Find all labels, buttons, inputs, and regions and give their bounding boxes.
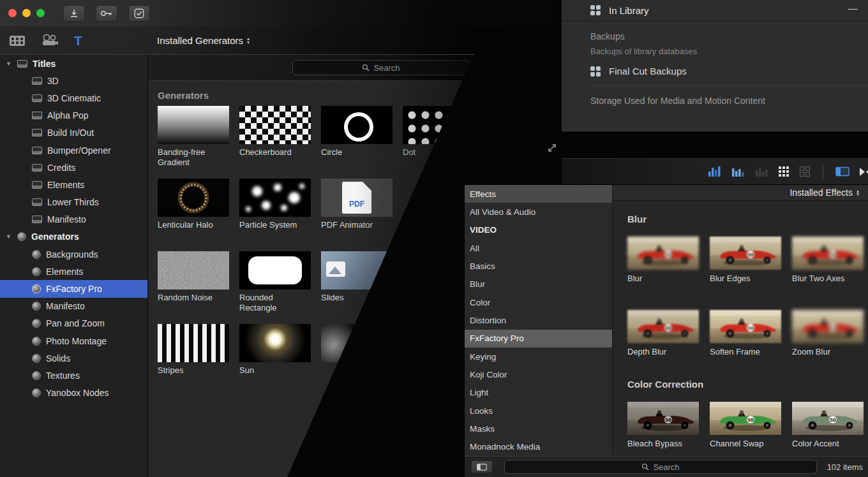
sidebar-section-generators[interactable]: ▼ Generators — [0, 228, 147, 246]
category-koji-color[interactable]: Koji Color — [465, 365, 612, 383]
sidebar-item-textures[interactable]: Textures — [0, 367, 147, 384]
effect-tile-depth-blur[interactable]: Depth Blur — [627, 310, 699, 356]
generator-tile-sun[interactable]: Sun — [239, 324, 311, 397]
minimize-button[interactable] — [22, 9, 31, 17]
title-item-icon — [32, 198, 42, 206]
transitions-browser-icon[interactable] — [859, 167, 868, 177]
zoom-button[interactable] — [36, 9, 45, 17]
sidebar-toggle-button[interactable] — [471, 460, 493, 473]
title-item-icon — [32, 147, 42, 154]
close-button[interactable] — [8, 9, 17, 17]
category-basics[interactable]: Basics — [465, 257, 612, 275]
category-keying[interactable]: Keying — [465, 348, 612, 365]
sidebar-item-manifesto-generators[interactable]: Manifesto — [0, 298, 147, 315]
sidebar-item-build-in-out[interactable]: Build In/Out — [0, 124, 147, 142]
sidebar-item-photo-montage[interactable]: Photo Montage — [0, 332, 147, 349]
filmstrip-icon[interactable] — [9, 34, 26, 47]
browser-toolbar-row: T Installed Generators ▴▾ — [0, 26, 563, 55]
category-color[interactable]: Color — [465, 293, 612, 311]
generator-tile-clipped[interactable] — [321, 324, 393, 397]
category-light[interactable]: Light — [465, 384, 612, 402]
title-item-icon — [32, 112, 42, 119]
final-cut-backups-row[interactable]: Final Cut Backups — [590, 66, 868, 77]
category-effects[interactable]: Effects — [465, 185, 612, 203]
effect-tile-blur-edges[interactable]: Blur Edges — [710, 237, 781, 283]
effect-tile-channel-swap[interactable]: Channel Swap — [710, 402, 781, 448]
sidebar-item-3d-cinematic[interactable]: 3D Cinematic — [0, 89, 147, 106]
key-icon — [100, 10, 113, 17]
in-library-row[interactable]: In Library — — [562, 0, 868, 21]
installed-effects-popup[interactable]: Installed Effects ▴▾ — [613, 185, 868, 201]
checkerboard-thumbnail — [239, 106, 311, 144]
sidebar-item-backgrounds[interactable]: Backgrounds — [0, 246, 147, 263]
search-row: Search — [148, 55, 474, 81]
generator-item-icon — [32, 337, 41, 346]
audio-meters-icon[interactable] — [707, 165, 721, 178]
category-monadnock-media[interactable]: Monadnock Media — [465, 438, 612, 456]
generator-tile-slides[interactable]: Slides — [321, 251, 393, 324]
effect-thumbnail — [792, 310, 864, 343]
generator-tile-stripes[interactable]: Stripes — [158, 324, 229, 397]
category-video[interactable]: VIDEO — [465, 221, 612, 239]
effect-tile-soften-frame[interactable]: Soften Frame — [710, 310, 781, 356]
audio-meters-alt-icon[interactable] — [731, 165, 745, 178]
sidebar-item-solids[interactable]: Solids — [0, 349, 147, 367]
generator-tile-circle[interactable]: Circle — [321, 106, 393, 179]
grid-dim-icon[interactable] — [799, 166, 811, 177]
sidebar-item-fxfactory-pro[interactable]: FxFactory Pro — [0, 280, 147, 297]
sidebar-item-3d[interactable]: 3D — [0, 72, 147, 89]
category-all[interactable]: All — [465, 239, 612, 257]
license-key-button[interactable] — [96, 5, 117, 22]
disclosure-triangle-icon[interactable]: ▼ — [6, 61, 17, 67]
download-button[interactable] — [63, 5, 85, 22]
generator-tile-particle-system[interactable]: Particle System — [239, 179, 311, 251]
category-masks[interactable]: Masks — [465, 420, 612, 437]
projector-icon[interactable] — [41, 34, 59, 48]
category-fxfactory-pro[interactable]: FxFactory Pro — [465, 330, 612, 348]
sidebar-section-titles[interactable]: ▼ Titles — [0, 55, 147, 72]
effect-tile-blur[interactable]: Blur — [627, 237, 699, 283]
verify-button[interactable] — [128, 5, 150, 22]
sidebar-item-elements-generators[interactable]: Elements — [0, 263, 147, 280]
effect-tile-bleach-bypass[interactable]: Bleach Bypass — [627, 402, 699, 448]
sidebar-item-bumper-opener[interactable]: Bumper/Opener — [0, 142, 147, 159]
generator-tile-dot[interactable]: Dot — [403, 106, 474, 179]
effect-thumbnail — [710, 402, 781, 435]
download-icon — [70, 9, 79, 18]
category-looks[interactable]: Looks — [465, 402, 612, 420]
effect-thumbnail — [627, 237, 699, 270]
category-blur[interactable]: Blur — [465, 275, 612, 293]
generator-tile-lenticular-halo[interactable]: Lenticular Halo — [158, 179, 229, 251]
generator-tile-random-noise[interactable]: Random Noise — [158, 251, 229, 324]
category-distortion[interactable]: Distortion — [465, 311, 612, 329]
effect-tile-zoom-blur[interactable]: Zoom Blur — [792, 310, 864, 356]
title-item-icon — [32, 216, 42, 223]
sidebar-item-manifesto[interactable]: Manifesto — [0, 211, 147, 228]
backups-subtitle: Backups of library databases — [590, 47, 868, 56]
sidebar-item-lower-thirds[interactable]: Lower Thirds — [0, 194, 147, 211]
effects-browser-icon[interactable] — [835, 166, 849, 177]
remove-button[interactable]: — — [848, 3, 858, 13]
effects-search-input[interactable]: Search — [504, 460, 817, 474]
sidebar-item-pan-and-zoom[interactable]: Pan and Zoom — [0, 315, 147, 332]
effect-tile-color-accent[interactable]: Color Accent — [792, 402, 864, 448]
sidebar-item-yanobox-nodes[interactable]: Yanobox Nodes — [0, 385, 147, 402]
meters-dim-icon[interactable] — [754, 165, 768, 178]
fullscreen-icon[interactable] — [546, 142, 558, 154]
generator-tile-rounded-rectangle[interactable]: Rounded Rectangle — [239, 251, 311, 324]
sidebar-item-alpha-pop[interactable]: Alpha Pop — [0, 107, 147, 124]
sidebar-item-credits[interactable]: Credits — [0, 159, 147, 176]
category-all-video-audio[interactable]: All Video & Audio — [465, 203, 612, 221]
disclosure-triangle-icon[interactable]: ▼ — [6, 233, 17, 240]
generator-tile-checkerboard[interactable]: Checkerboard — [239, 106, 311, 179]
titles-tool-icon[interactable]: T — [74, 33, 82, 48]
search-input[interactable]: Search — [292, 60, 470, 75]
generator-tile-banding-free-gradient[interactable]: Banding-free Gradient — [158, 106, 229, 179]
effect-tile-blur-two-axes[interactable]: Blur Two Axes — [792, 237, 864, 283]
sidebar-item-elements[interactable]: Elements — [0, 176, 147, 193]
effect-thumbnail — [792, 402, 864, 435]
generator-tile-pdf-animator[interactable]: PDF PDF Animator — [321, 179, 393, 251]
thumbnail-grid-icon[interactable] — [778, 166, 789, 177]
installed-generators-popup[interactable]: Installed Generators ▴▾ — [157, 26, 250, 55]
title-item-icon — [32, 181, 42, 189]
